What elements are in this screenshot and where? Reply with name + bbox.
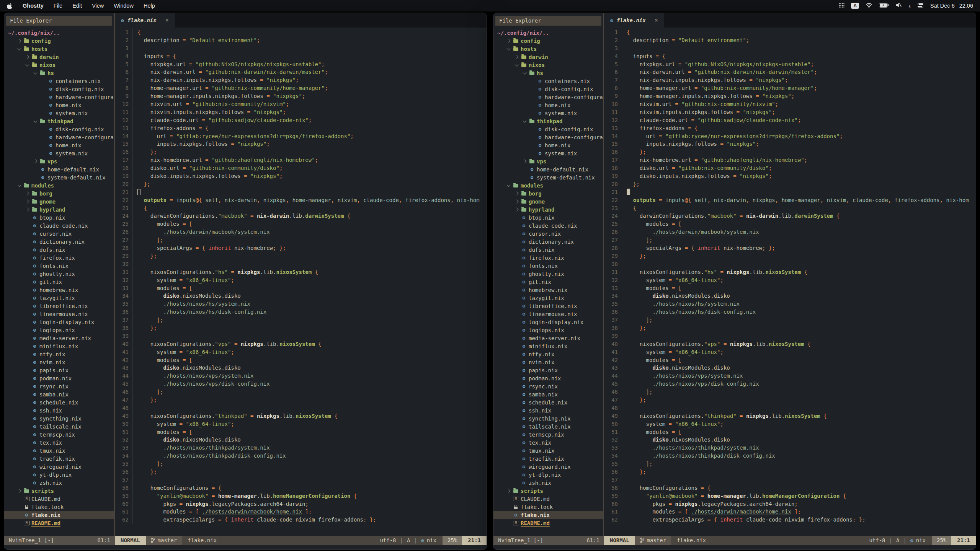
code-line[interactable]: 28 specialArgs = { inherit nix-homebrew;… bbox=[604, 244, 976, 252]
code-line[interactable]: 37 ]; bbox=[115, 316, 487, 324]
tree-item-rsync-nix[interactable]: ⚙rsync.nix bbox=[4, 382, 114, 390]
tree-item-miniflux-nix[interactable]: ⚙miniflux.nix bbox=[493, 342, 603, 350]
tree-item-system-nix[interactable]: ⚙system.nix bbox=[4, 149, 114, 157]
code-line[interactable]: 17 nix-homebrew.url = "github:zhaofengli… bbox=[115, 156, 487, 164]
code-line[interactable]: 49 nixosConfigurations."thinkpad" = nixp… bbox=[115, 412, 487, 420]
tree-item-hyprland[interactable]: hyprland bbox=[493, 205, 603, 214]
input-source-badge[interactable]: A bbox=[851, 3, 859, 9]
code-line[interactable]: 22 outputs = inputs@{ self, nix-darwin, … bbox=[604, 196, 976, 204]
tree-item-miniflux-nix[interactable]: ⚙miniflux.nix bbox=[4, 342, 114, 350]
tree-item-scripts[interactable]: scripts bbox=[4, 487, 114, 495]
tree-item-schedule-nix[interactable]: ⚙schedule.nix bbox=[4, 398, 114, 406]
code-line[interactable]: 45 ./hosts/nixos/vps/disk-config.nix bbox=[604, 380, 976, 388]
code-line[interactable]: 39 bbox=[115, 332, 487, 340]
menu-clock[interactable]: Sat Dec 6 22.06 bbox=[930, 3, 973, 9]
code-line[interactable]: 11 nixvim.inputs.nixpkgs.follows = "nixp… bbox=[115, 108, 487, 116]
code-line[interactable]: 3 bbox=[604, 44, 976, 52]
tree-item-schedule-nix[interactable]: ⚙schedule.nix bbox=[493, 398, 603, 406]
code-line[interactable]: 33 modules = [ bbox=[604, 284, 976, 292]
code-line[interactable]: 57 bbox=[604, 476, 976, 484]
tree-item-yt-dlp-nix[interactable]: ⚙yt-dlp.nix bbox=[493, 471, 603, 479]
tree-item-nvim-nix[interactable]: ⚙nvim.nix bbox=[493, 358, 603, 366]
tree-item-hs[interactable]: hs bbox=[493, 69, 603, 77]
tree-item-system-nix[interactable]: ⚙system.nix bbox=[493, 109, 603, 117]
tree-item-logiops-nix[interactable]: ⚙logiops.nix bbox=[493, 326, 603, 334]
tree-item-hosts[interactable]: hosts bbox=[493, 45, 603, 53]
tree-item-darwin[interactable]: darwin bbox=[493, 53, 603, 61]
tree-item-ghostty-nix[interactable]: ⚙ghostty.nix bbox=[493, 270, 603, 278]
tree-item-tailscale-nix[interactable]: ⚙tailscale.nix bbox=[4, 422, 114, 430]
code-line[interactable]: 32 system = "x86_64-linux"; bbox=[115, 276, 487, 284]
tree-item-syncthing-nix[interactable]: ⚙syncthing.nix bbox=[4, 414, 114, 422]
tree-item-traefik-nix[interactable]: ⚙traefik.nix bbox=[493, 455, 603, 463]
tree-item-papis-nix[interactable]: ⚙papis.nix bbox=[4, 366, 114, 374]
code-line[interactable]: 9 home-manager.inputs.nixpkgs.follows = … bbox=[115, 92, 487, 100]
code-line[interactable]: 48 bbox=[604, 404, 976, 412]
tree-item-system-default-nix[interactable]: ⚙system-default.nix bbox=[493, 173, 603, 181]
tree-item-readme-md[interactable]: MREADME.md bbox=[493, 519, 603, 527]
code-line[interactable]: 43 disko.nixosModules.disko bbox=[604, 364, 976, 372]
code-line[interactable]: 12 claude-code.url = "github:sadjow/clau… bbox=[604, 116, 976, 124]
code-line[interactable]: 62 extraSpecialArgs = { inherit claude-c… bbox=[604, 516, 976, 524]
tree-item-fonts-nix[interactable]: ⚙fonts.nix bbox=[493, 262, 603, 270]
tree-item-disk-config-nix[interactable]: ⚙disk-config.nix bbox=[493, 125, 603, 133]
tree-item-firefox-nix[interactable]: ⚙firefox.nix bbox=[4, 254, 114, 262]
code-line[interactable]: 16 }; bbox=[115, 148, 487, 156]
tree-item-home-default-nix[interactable]: ⚙home-default.nix bbox=[4, 165, 114, 173]
tree-item-tmux-nix[interactable]: ⚙tmux.nix bbox=[4, 447, 114, 455]
code-line[interactable]: 6 nix-darwin.url = "github:nix-darwin/ni… bbox=[115, 68, 487, 76]
tree-item-linearmouse-nix[interactable]: ⚙linearmouse.nix bbox=[4, 310, 114, 318]
tree-item-git-nix[interactable]: ⚙git.nix bbox=[4, 278, 114, 286]
code-line[interactable]: 47 }; bbox=[115, 396, 487, 404]
code-line[interactable]: 35 ./hosts/nixos/hs/system.nix bbox=[115, 300, 487, 308]
tree-item-homebrew-nix[interactable]: ⚙homebrew.nix bbox=[4, 286, 114, 294]
tree-item-traefik-nix[interactable]: ⚙traefik.nix bbox=[4, 455, 114, 463]
tab-flake-nix[interactable]: ⚙ flake.nix × bbox=[115, 13, 175, 28]
tree-item-btop-nix[interactable]: ⚙btop.nix bbox=[4, 214, 114, 222]
code-line[interactable]: 12 claude-code.url = "github:sadjow/clau… bbox=[115, 116, 487, 124]
tree-item-logiops-nix[interactable]: ⚙logiops.nix bbox=[4, 326, 114, 334]
code-line[interactable]: 46 ]; bbox=[604, 388, 976, 396]
tree-item-home-nix[interactable]: ⚙home.nix bbox=[493, 101, 603, 109]
tree-item-ntfy-nix[interactable]: ⚙ntfy.nix bbox=[493, 350, 603, 358]
tree-item-claude-md[interactable]: MCLAUDE.md bbox=[4, 495, 114, 503]
code-line[interactable]: 4 inputs = { bbox=[604, 52, 976, 60]
tree-item-modules[interactable]: modules bbox=[4, 181, 114, 189]
code-line[interactable]: 14 url = "gitlab:rycee/nur-expressions?d… bbox=[604, 132, 976, 140]
tree-item-hardware-configura[interactable]: ⚙hardware-configura bbox=[493, 93, 603, 101]
code-line[interactable]: 58 homeConfigurations = { bbox=[604, 484, 976, 492]
code-line[interactable]: 7 nix-darwin.inputs.nixpkgs.follows = "n… bbox=[604, 76, 976, 84]
tree-root-path[interactable]: ~/.config/nix/.. bbox=[493, 29, 603, 37]
tree-item-hardware-configura[interactable]: ⚙hardware-configura bbox=[4, 133, 114, 141]
tree-item-config[interactable]: config bbox=[493, 37, 603, 45]
code-line[interactable]: 5 nixpkgs.url = "github:NixOS/nixpkgs/ni… bbox=[115, 60, 487, 68]
code-line[interactable]: 41 system = "x86_64-linux"; bbox=[115, 348, 487, 356]
tree-item-containers-nix[interactable]: ⚙containers.nix bbox=[4, 77, 114, 85]
tree-item-git-nix[interactable]: ⚙git.nix bbox=[493, 278, 603, 286]
volume-muted-icon[interactable] bbox=[896, 3, 902, 9]
code-line[interactable]: 56 }; bbox=[115, 468, 487, 476]
code-line[interactable]: 41 system = "x86_64-linux"; bbox=[604, 348, 976, 356]
code-line[interactable]: 42 modules = [ bbox=[115, 356, 487, 364]
tree-item-containers-nix[interactable]: ⚙containers.nix bbox=[493, 77, 603, 85]
code-line[interactable]: 15 inputs.nixpkgs.follows = "nixpkgs"; bbox=[115, 140, 487, 148]
tree-item-darwin[interactable]: darwin bbox=[4, 53, 114, 61]
code-line[interactable]: 8 home-manager.url = "github:nix-communi… bbox=[115, 84, 487, 92]
code-line[interactable]: 39 bbox=[604, 332, 976, 340]
code-line[interactable]: 54 ./hosts/nixos/thinkpad/disk-config.ni… bbox=[115, 452, 487, 460]
code-line[interactable]: 26 ./hosts/darwin/macbook/system.nix bbox=[604, 228, 976, 236]
code-line[interactable]: 48 bbox=[115, 404, 487, 412]
code-line[interactable]: 59 "yanlin@macbook" = home-manager.lib.h… bbox=[115, 492, 487, 500]
code-line[interactable]: 51 modules = [ bbox=[604, 428, 976, 436]
code-line[interactable]: 18 disko.url = "github:nix-community/dis… bbox=[604, 164, 976, 172]
code-line[interactable]: 9 home-manager.inputs.nixpkgs.follows = … bbox=[604, 92, 976, 100]
code-line[interactable]: 1{ bbox=[115, 28, 487, 36]
code-line[interactable]: 29 }; bbox=[115, 252, 487, 260]
code-line[interactable]: 57 bbox=[115, 476, 487, 484]
code-line[interactable]: 3 bbox=[115, 44, 487, 52]
code-line[interactable]: 50 system = "x86_64-linux"; bbox=[604, 420, 976, 428]
tree-item-system-default-nix[interactable]: ⚙system-default.nix bbox=[4, 173, 114, 181]
tree-item-podman-nix[interactable]: ⚙podman.nix bbox=[4, 374, 114, 382]
tree-item-flake-lock[interactable]: flake.lock bbox=[493, 503, 603, 511]
tree-item-disk-config-nix[interactable]: ⚙disk-config.nix bbox=[4, 125, 114, 133]
